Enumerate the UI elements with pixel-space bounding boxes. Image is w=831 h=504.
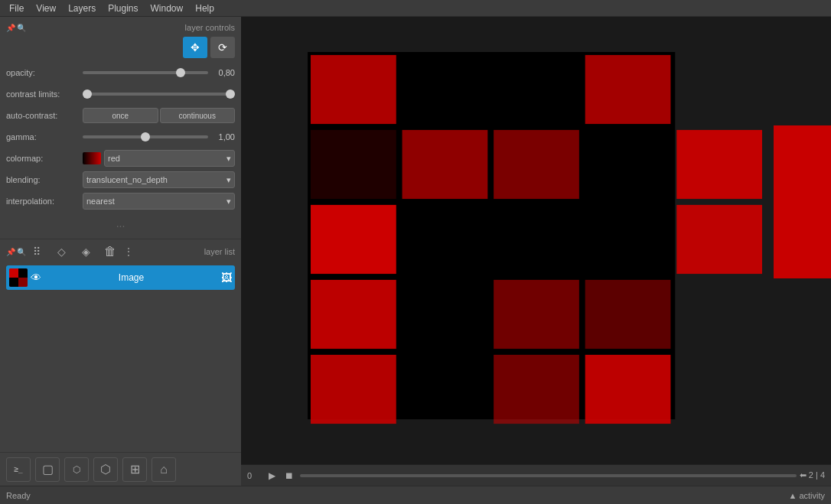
interpolation-dropdown[interactable]: nearest ▾ — [83, 193, 235, 210]
interpolation-row: interpolation: nearest ▾ — [6, 193, 235, 210]
svg-rect-5 — [311, 55, 396, 124]
controls-toolbar: ✥ ⟳ — [6, 37, 235, 58]
blending-dropdown-container: translucent_no_depth ▾ — [83, 171, 235, 188]
menu-help[interactable]: Help — [189, 2, 220, 15]
labels-tool-button[interactable]: ◈ — [75, 242, 96, 261]
gamma-row: gamma: 1,00 — [6, 128, 235, 145]
page-indicator: ⬅ 2 | 4 — [800, 470, 825, 480]
activity-toggle[interactable]: ▲ activity — [788, 491, 825, 500]
list-toolbar: ⠿ ◇ ◈ 🗑 ⋮ — [26, 242, 133, 261]
playback-bar: 0 ▶ ⏹ ⬅ 2 | 4 — [241, 464, 831, 486]
left-panel: 📌 🔍 layer controls ✥ ⟳ opacity: 0,80 con… — [0, 17, 241, 486]
layer-item[interactable]: 👁 Image 🖼 — [6, 265, 235, 290]
canvas-area: 0 ▶ ⏹ ⬅ 2 | 4 — [241, 17, 831, 486]
transform-button[interactable]: ⟳ — [210, 37, 235, 58]
3d-view-button[interactable]: ⬡ — [64, 457, 89, 482]
svg-rect-20 — [402, 280, 487, 349]
gamma-label: gamma: — [6, 132, 83, 141]
opacity-slider[interactable] — [83, 71, 208, 74]
contrast-min-slider[interactable] — [83, 93, 235, 96]
svg-rect-8 — [585, 55, 670, 124]
playback-slider[interactable] — [300, 474, 797, 477]
colormap-value: red — [108, 154, 120, 163]
svg-rect-12 — [585, 130, 670, 199]
list-more-icon[interactable]: ⋮ — [124, 246, 133, 257]
svg-rect-14 — [311, 205, 396, 274]
layer-list-section: 📌 🔍 ⠿ ◇ ◈ 🗑 ⋮ layer list — [0, 239, 241, 452]
auto-contrast-label: auto-contrast: — [6, 111, 83, 120]
svg-rect-13 — [676, 130, 762, 199]
svg-rect-16 — [494, 205, 579, 274]
home-button[interactable]: ⌂ — [152, 457, 176, 482]
grid-button[interactable]: ⊞ — [122, 457, 147, 482]
auto-contrast-buttons: once continuous — [83, 108, 235, 123]
svg-rect-0 — [9, 268, 18, 278]
stop-button[interactable]: ⏹ — [282, 469, 297, 483]
move-button[interactable]: ✥ — [183, 37, 207, 58]
svg-rect-9 — [311, 130, 396, 199]
main-layout: 📌 🔍 layer controls ✥ ⟳ opacity: 0,80 con… — [0, 17, 831, 486]
colormap-dropdown-container: red ▾ — [83, 150, 235, 167]
points-tool-button[interactable]: ⠿ — [26, 242, 47, 261]
image-canvas — [307, 52, 766, 429]
blending-chevron: ▾ — [226, 175, 231, 185]
2d-view-button[interactable]: ▢ — [35, 457, 60, 482]
list-search-icon: 🔍 — [17, 248, 26, 256]
bottom-toolbar: ≥_ ▢ ⬡ ⬡ ⊞ ⌂ — [0, 452, 241, 486]
colormap-dropdown[interactable]: red ▾ — [104, 150, 235, 167]
contrast-label: contrast limits: — [6, 89, 83, 99]
opacity-slider-container — [83, 71, 208, 74]
svg-rect-24 — [402, 355, 487, 424]
svg-rect-3 — [18, 278, 28, 287]
menu-view[interactable]: View — [30, 2, 62, 15]
interpolation-label: interpolation: — [6, 197, 83, 206]
opacity-label: opacity: — [6, 68, 83, 77]
menu-bar: File View Layers Plugins Window Help — [0, 0, 831, 17]
menu-window[interactable]: Window — [145, 2, 190, 15]
layer-visibility-toggle[interactable]: 👁 — [31, 272, 41, 284]
pin-icon: 📌 — [6, 24, 15, 32]
svg-rect-25 — [494, 355, 579, 424]
svg-rect-26 — [585, 355, 670, 424]
blending-row: blending: translucent_no_depth ▾ — [6, 171, 235, 188]
colormap-row: colormap: red ▾ — [6, 150, 235, 167]
interpolation-dropdown-container: nearest ▾ — [83, 193, 235, 210]
pin-icons: 📌 🔍 — [6, 24, 26, 32]
svg-rect-10 — [402, 130, 487, 199]
dots-icon: ... — [116, 217, 125, 229]
blending-dropdown[interactable]: translucent_no_depth ▾ — [83, 171, 235, 188]
canvas-svg — [307, 52, 766, 427]
layer-list-header: 📌 🔍 ⠿ ◇ ◈ 🗑 ⋮ layer list — [6, 242, 235, 261]
gamma-slider-container — [83, 135, 208, 138]
play-button[interactable]: ▶ — [266, 469, 279, 483]
list-pin-icon: 📌 — [6, 248, 15, 256]
layer-name: Image — [44, 272, 218, 283]
colormap-preview — [83, 152, 101, 164]
svg-rect-11 — [494, 130, 579, 199]
svg-rect-17 — [585, 205, 670, 274]
frame-number: 0 — [247, 471, 262, 480]
auto-contrast-continuous[interactable]: continuous — [160, 108, 236, 123]
opacity-row: opacity: 0,80 — [6, 64, 235, 81]
svg-rect-18 — [676, 205, 762, 274]
shapes-tool-button[interactable]: ◇ — [51, 242, 72, 261]
auto-contrast-once[interactable]: once — [83, 108, 158, 123]
menu-file[interactable]: File — [3, 2, 30, 15]
blending-label: blending: — [6, 175, 83, 184]
layer-controls-title: layer controls — [26, 23, 235, 32]
layer-controls-section: 📌 🔍 layer controls ✥ ⟳ opacity: 0,80 con… — [0, 17, 241, 239]
svg-rect-19 — [311, 280, 396, 349]
svg-rect-7 — [494, 55, 579, 124]
menu-layers[interactable]: Layers — [62, 2, 102, 15]
menu-plugins[interactable]: Plugins — [102, 2, 144, 15]
expand-dots[interactable]: ... — [6, 214, 235, 232]
opacity-value: 0,80 — [208, 68, 235, 77]
status-bar: Ready ▲ activity — [0, 486, 831, 504]
delete-layer-button[interactable]: 🗑 — [99, 242, 121, 261]
canvas-viewport[interactable] — [241, 17, 831, 464]
grid-view-button2[interactable]: ⬡ — [93, 457, 118, 482]
search-icon: 🔍 — [17, 24, 26, 32]
svg-rect-1 — [18, 268, 28, 278]
gamma-slider[interactable] — [83, 135, 208, 138]
console-button[interactable]: ≥_ — [6, 457, 31, 482]
